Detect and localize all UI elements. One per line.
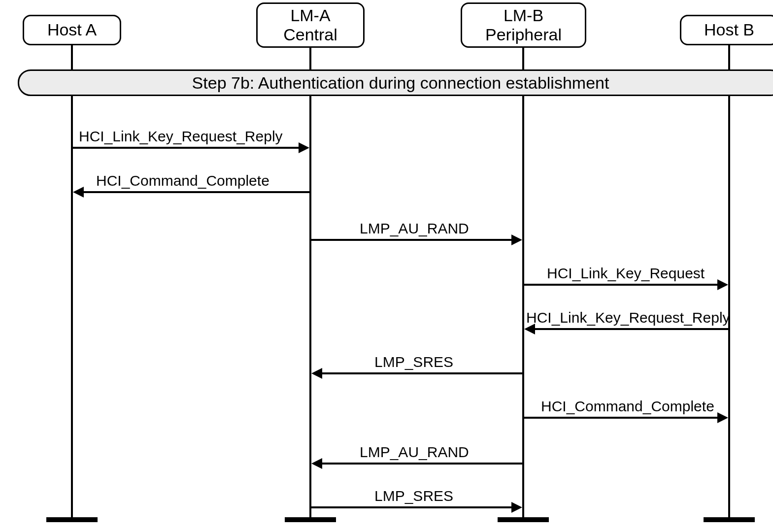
lifeline-host-a-top [71, 45, 73, 69]
msg-m8-head [311, 458, 322, 469]
msg-m1-label: HCI_Link_Key_Request_Reply [79, 128, 283, 145]
msg-m6-line [322, 372, 523, 374]
msg-m8-line [322, 463, 523, 465]
msg-m8-label: LMP_AU_RAND [360, 444, 469, 461]
participant-host-a: Host A [23, 15, 121, 45]
msg-m4-label: HCI_Link_Key_Request [547, 265, 705, 282]
msg-m6-head [311, 368, 322, 379]
msg-m7-label: HCI_Command_Complete [541, 398, 714, 415]
lifeline-foot-lm-a [285, 517, 336, 522]
msg-m5-line [535, 328, 729, 330]
msg-m7-head [717, 412, 728, 423]
sequence-diagram: Host A LM-A Central LM-B Peripheral Host… [0, 0, 773, 532]
participant-host-b-label: Host B [704, 20, 754, 39]
msg-m6-label: LMP_SRES [374, 354, 453, 370]
lifeline-foot-host-a [46, 517, 98, 522]
msg-m2-head [73, 187, 84, 198]
msg-m1-line [73, 147, 299, 149]
participant-lm-a-label: LM-A Central [283, 6, 337, 44]
participant-lm-a: LM-A Central [256, 2, 365, 48]
msg-m1-head [299, 142, 309, 153]
lifeline-foot-lm-b [498, 517, 549, 522]
lifeline-lm-a [309, 96, 311, 517]
lifeline-lm-a-top [309, 48, 311, 69]
lifeline-lm-b-top [522, 48, 524, 69]
msg-m2-line [84, 191, 310, 193]
msg-m9-line [311, 506, 511, 508]
lifeline-host-a [71, 96, 73, 517]
msg-m7-line [524, 417, 717, 419]
participant-lm-b: LM-B Peripheral [461, 2, 586, 48]
msg-m3-label: LMP_AU_RAND [360, 220, 469, 237]
frame-step-7b: Step 7b: Authentication during connectio… [18, 69, 773, 96]
lifeline-host-b [728, 96, 730, 517]
msg-m9-head [511, 502, 522, 513]
frame-step-7b-label: Step 7b: Authentication during connectio… [192, 74, 609, 91]
participant-host-b: Host B [680, 15, 773, 45]
msg-m9-label: LMP_SRES [374, 488, 453, 504]
msg-m4-head [717, 279, 728, 290]
lifeline-foot-host-b [704, 517, 755, 522]
msg-m3-line [311, 239, 511, 241]
msg-m3-head [511, 234, 522, 245]
lifeline-lm-b [522, 96, 524, 517]
msg-m4-line [524, 284, 717, 286]
msg-m5-head [524, 324, 535, 334]
msg-m2-label: HCI_Command_Complete [96, 172, 269, 189]
participant-lm-b-label: LM-B Peripheral [485, 6, 562, 44]
msg-m5-label: HCI_Link_Key_Request_Reply [526, 309, 730, 326]
participant-host-a-label: Host A [47, 20, 97, 39]
lifeline-host-b-top [728, 45, 730, 69]
